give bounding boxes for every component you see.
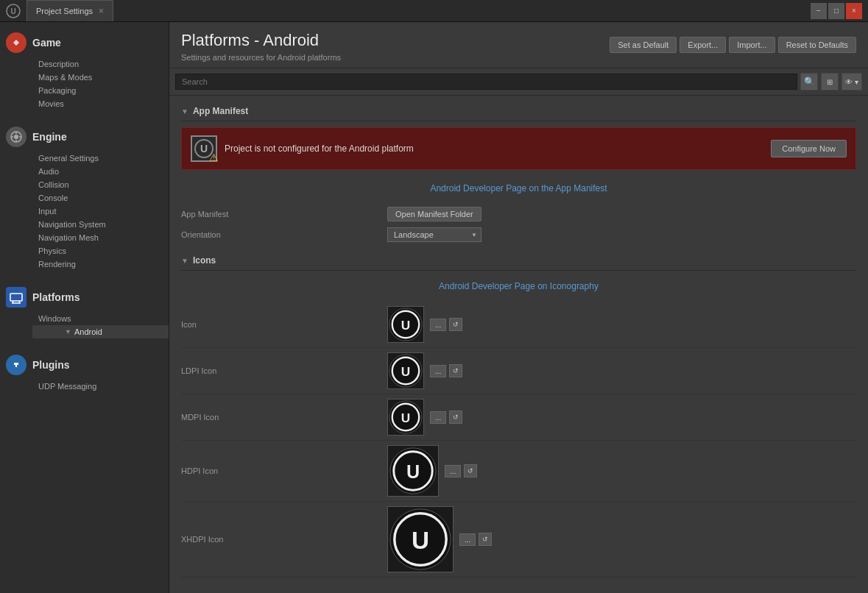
svg-text:U: U (401, 364, 410, 379)
open-manifest-folder-button[interactable]: Open Manifest Folder (387, 207, 481, 221)
orientation-value: Landscape Portrait Reverse Landscape Rev… (387, 227, 856, 242)
svg-text:U: U (412, 527, 429, 554)
sidebar-item-physics[interactable]: Physics (32, 244, 169, 258)
icons-section-header[interactable]: ▼ Icons (181, 251, 856, 271)
svg-text:U: U (406, 461, 420, 482)
icon-browse-button[interactable]: ... (430, 319, 446, 331)
orientation-select-wrapper: Landscape Portrait Reverse Landscape Rev… (387, 227, 481, 242)
sidebar-item-navigation-mesh[interactable]: Navigation Mesh (32, 231, 169, 244)
sidebar-item-input[interactable]: Input (32, 205, 169, 218)
maximize-button[interactable]: □ (828, 3, 844, 19)
title-bar: U Project Settings × − □ × (0, 0, 868, 22)
visibility-toggle-button[interactable]: 👁 ▾ (841, 73, 862, 90)
mdpi-icon-preview: U (387, 399, 424, 436)
sidebar-item-description[interactable]: Description (32, 57, 169, 71)
platforms-group-title: Platforms (32, 291, 80, 303)
app-manifest-arrow-icon: ▼ (181, 107, 188, 116)
import-button[interactable]: Import... (729, 37, 775, 53)
icon-reset-button[interactable]: ↺ (449, 318, 462, 331)
sidebar-item-navigation-system[interactable]: Navigation System (32, 218, 169, 231)
search-input[interactable] (175, 74, 797, 90)
svg-point-4 (14, 135, 18, 139)
game-group-title: Game (32, 37, 61, 49)
svg-text:U: U (401, 411, 410, 425)
view-toggle-button[interactable]: ⊞ (821, 73, 839, 90)
sidebar-item-general-settings[interactable]: General Settings (32, 152, 169, 165)
set-default-button[interactable]: Set as Default (610, 37, 677, 53)
ldpi-icon-preview: U (387, 352, 424, 389)
app-manifest-link[interactable]: Android Developer Page on the App Manife… (181, 179, 856, 198)
content-area: Platforms - Android Settings and resourc… (169, 22, 868, 593)
plugins-items: UDP Messaging (0, 380, 169, 393)
xhdpi-icon-preview: U (387, 506, 454, 572)
engine-items: General Settings Audio Collision Console… (0, 152, 169, 271)
ldpi-icon-reset-button[interactable]: ↺ (449, 364, 462, 377)
icon-preview: U (387, 306, 424, 343)
mdpi-icon-browse-button[interactable]: ... (430, 411, 446, 424)
app-manifest-field-label: App Manifest (181, 210, 387, 219)
sidebar-section-engine: Engine General Settings Audio Collision … (0, 116, 169, 277)
export-button[interactable]: Export... (680, 37, 726, 53)
content-header: Platforms - Android Settings and resourc… (169, 22, 868, 68)
reset-defaults-button[interactable]: Reset to Defaults (778, 37, 856, 53)
engine-group-title: Engine (32, 131, 67, 143)
search-icon-button[interactable]: 🔍 (800, 73, 818, 90)
sidebar-item-audio[interactable]: Audio (32, 165, 169, 178)
icons-arrow-icon: ▼ (181, 257, 188, 265)
sidebar-item-rendering[interactable]: Rendering (32, 258, 169, 271)
main-layout: Game Description Maps & Modes Packaging … (0, 22, 868, 593)
app-manifest-header[interactable]: ▼ App Manifest (181, 102, 856, 121)
app-manifest-title: App Manifest (193, 106, 248, 116)
configure-now-button[interactable]: Configure Now (771, 140, 847, 157)
header-actions: Set as Default Export... Import... Reset… (610, 37, 856, 53)
sidebar-item-movies[interactable]: Movies (32, 97, 169, 110)
mdpi-icon-row: MDPI Icon U ... ↺ (181, 394, 856, 441)
xhdpi-icon-browse-button[interactable]: ... (459, 533, 476, 546)
xhdpi-icon-reset-button[interactable]: ↺ (479, 533, 492, 546)
minimize-button[interactable]: − (811, 3, 827, 19)
sidebar-item-packaging[interactable]: Packaging (32, 84, 169, 97)
plugins-group-title: Plugins (32, 359, 70, 371)
sidebar-item-console[interactable]: Console (32, 191, 169, 205)
sidebar-group-platforms[interactable]: Platforms (0, 283, 169, 312)
warning-left: U ⚠ Project is not configured for the An… (191, 135, 414, 162)
warning-text: Project is not configured for the Androi… (225, 143, 414, 154)
warning-icon: U ⚠ (191, 135, 217, 162)
icons-section-title: Icons (193, 255, 216, 266)
icons-section: ▼ Icons Android Developer Page on Iconog… (181, 251, 856, 578)
search-bar: 🔍 ⊞ 👁 ▾ (169, 68, 868, 96)
hdpi-icon-preview: U (387, 445, 439, 497)
engine-icon (6, 127, 27, 147)
sidebar-group-plugins[interactable]: Plugins (0, 350, 169, 380)
game-items: Description Maps & Modes Packaging Movie… (0, 57, 169, 110)
close-button[interactable]: × (846, 3, 862, 19)
page-subtitle: Settings and resources for Android platf… (181, 53, 341, 62)
hdpi-icon-actions: ... ↺ (445, 464, 477, 477)
sidebar-group-game[interactable]: Game (0, 28, 169, 57)
project-settings-tab[interactable]: Project Settings × (27, 0, 113, 21)
sidebar-group-engine[interactable]: Engine (0, 122, 169, 152)
hdpi-icon-label: HDPI Icon (181, 466, 387, 475)
svg-text:U: U (401, 318, 410, 333)
mdpi-icon-reset-button[interactable]: ↺ (449, 411, 462, 424)
ldpi-icon-browse-button[interactable]: ... (430, 365, 446, 377)
orientation-row: Orientation Landscape Portrait Reverse L… (181, 224, 856, 245)
hdpi-icon-browse-button[interactable]: ... (445, 465, 461, 477)
sidebar-item-windows[interactable]: Windows (32, 312, 169, 325)
mdpi-icon-label: MDPI Icon (181, 413, 387, 422)
app-manifest-section: ▼ App Manifest U ⚠ Project is not co (181, 102, 856, 245)
sidebar-item-udp-messaging[interactable]: UDP Messaging (32, 380, 169, 393)
sidebar-item-android[interactable]: ▼ Android (32, 325, 169, 338)
app-manifest-row: App Manifest Open Manifest Folder (181, 204, 856, 224)
page-title: Platforms - Android (181, 31, 341, 50)
hdpi-icon-reset-button[interactable]: ↺ (464, 464, 477, 477)
icon-row: Icon U ... ↺ (181, 302, 856, 348)
sidebar-item-maps-modes[interactable]: Maps & Modes (32, 71, 169, 84)
ldpi-icon-row: LDPI Icon U ... ↺ (181, 348, 856, 394)
sidebar-item-collision[interactable]: Collision (32, 178, 169, 191)
orientation-select[interactable]: Landscape Portrait Reverse Landscape Rev… (387, 227, 481, 242)
orientation-label: Orientation (181, 230, 387, 239)
tab-close-icon[interactable]: × (99, 6, 104, 16)
mdpi-icon-actions: ... ↺ (430, 411, 462, 424)
iconography-link[interactable]: Android Developer Page on Iconography (181, 277, 856, 296)
